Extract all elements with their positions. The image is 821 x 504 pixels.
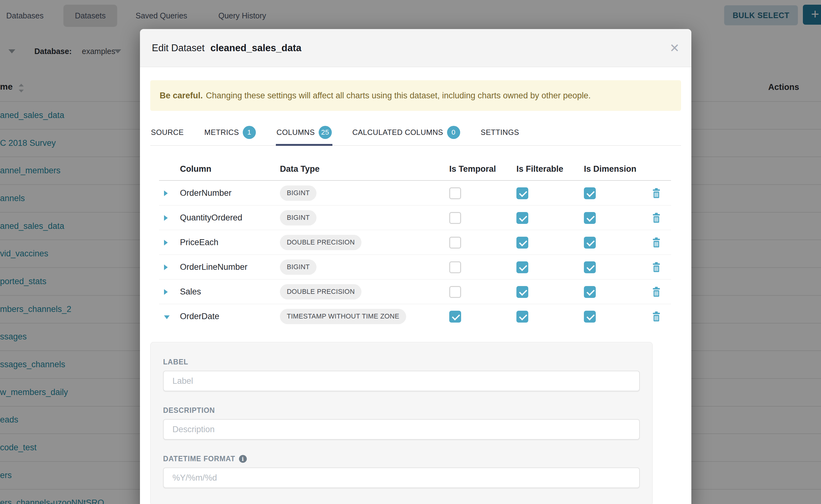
trash-icon bbox=[651, 261, 662, 274]
data-type-badge: BIGINT bbox=[280, 210, 316, 225]
column-row: Sales DOUBLE PRECISION bbox=[150, 279, 681, 304]
is-dimension-checkbox[interactable] bbox=[584, 286, 596, 298]
data-type-badge: BIGINT bbox=[280, 259, 316, 275]
data-type-badge: DOUBLE PRECISION bbox=[280, 284, 361, 299]
delete-column-button[interactable] bbox=[651, 261, 662, 274]
tab-columns[interactable]: COLUMNS 25 bbox=[276, 121, 332, 145]
datetime-format-field: DATETIME FORMAT i bbox=[163, 455, 640, 488]
screen: Databases Datasets Saved Queries Query H… bbox=[0, 0, 821, 504]
expand-caret-icon[interactable] bbox=[150, 289, 180, 295]
column-detail-panel: LABEL DESCRIPTION DATETIME FORMAT i bbox=[150, 342, 653, 504]
tab-columns-label: COLUMNS bbox=[276, 128, 315, 137]
expand-caret-icon[interactable] bbox=[150, 215, 180, 221]
label-field: LABEL bbox=[163, 358, 640, 391]
trash-icon bbox=[651, 286, 662, 298]
modal-title: Edit Dataset cleaned_sales_data bbox=[152, 42, 301, 54]
tab-metrics[interactable]: METRICS 1 bbox=[204, 121, 256, 145]
tab-source[interactable]: SOURCE bbox=[150, 121, 184, 145]
is-filterable-checkbox[interactable] bbox=[517, 286, 528, 298]
is-temporal-checkbox[interactable] bbox=[449, 212, 461, 224]
column-row: OrderLineNumber BIGINT bbox=[150, 255, 681, 279]
columns-table: Column Data Type Is Temporal Is Filterab… bbox=[150, 157, 681, 329]
columns-count-badge: 25 bbox=[319, 126, 332, 139]
is-temporal-checkbox[interactable] bbox=[449, 311, 461, 323]
calculated-columns-count-badge: 0 bbox=[447, 126, 460, 139]
is-dimension-checkbox[interactable] bbox=[584, 261, 596, 273]
datetime-format-label-text: DATETIME FORMAT bbox=[163, 455, 235, 463]
column-row: PriceEach DOUBLE PRECISION bbox=[150, 230, 681, 255]
modal-title-prefix: Edit Dataset bbox=[152, 42, 205, 53]
datetime-format-input[interactable] bbox=[163, 467, 640, 488]
tab-settings[interactable]: SETTINGS bbox=[480, 121, 520, 145]
warning-banner: Be careful. Changing these settings will… bbox=[150, 80, 681, 111]
data-type-badge: BIGINT bbox=[280, 185, 316, 201]
info-icon[interactable]: i bbox=[239, 455, 247, 463]
delete-column-button[interactable] bbox=[651, 286, 662, 298]
is-temporal-checkbox[interactable] bbox=[449, 286, 461, 298]
datetime-format-field-label: DATETIME FORMAT i bbox=[163, 455, 640, 463]
modal-header: Edit Dataset cleaned_sales_data ✕ bbox=[140, 29, 691, 67]
header-is-dimension: Is Dimension bbox=[584, 164, 650, 174]
is-temporal-checkbox[interactable] bbox=[449, 237, 461, 249]
trash-icon bbox=[651, 212, 662, 224]
tab-settings-label: SETTINGS bbox=[481, 128, 519, 137]
delete-column-button[interactable] bbox=[651, 187, 662, 200]
header-is-filterable: Is Filterable bbox=[517, 164, 584, 174]
is-filterable-checkbox[interactable] bbox=[517, 187, 528, 199]
tab-calculated-columns-label: CALCULATED COLUMNS bbox=[352, 128, 443, 137]
metrics-count-badge: 1 bbox=[243, 126, 256, 139]
is-dimension-checkbox[interactable] bbox=[584, 212, 596, 224]
description-input[interactable] bbox=[163, 419, 640, 440]
column-name: OrderDate bbox=[180, 312, 280, 321]
modal-title-dataset-name: cleaned_sales_data bbox=[210, 42, 301, 53]
is-filterable-checkbox[interactable] bbox=[517, 212, 528, 224]
column-name: QuantityOrdered bbox=[180, 213, 280, 223]
trash-icon bbox=[651, 187, 662, 200]
is-filterable-checkbox[interactable] bbox=[517, 237, 528, 249]
description-field-label: DESCRIPTION bbox=[163, 406, 640, 415]
expand-caret-icon[interactable] bbox=[150, 240, 180, 245]
column-row: QuantityOrdered BIGINT bbox=[150, 205, 681, 230]
label-field-label: LABEL bbox=[163, 358, 640, 366]
is-filterable-checkbox[interactable] bbox=[517, 261, 528, 273]
columns-table-header: Column Data Type Is Temporal Is Filterab… bbox=[150, 157, 681, 181]
is-temporal-checkbox[interactable] bbox=[449, 187, 461, 199]
modal-tabs: SOURCE METRICS 1 COLUMNS 25 CALCULATED C… bbox=[150, 121, 681, 146]
column-row: OrderNumber BIGINT bbox=[150, 181, 681, 205]
is-temporal-checkbox[interactable] bbox=[449, 261, 461, 273]
modal-body: Be careful. Changing these settings will… bbox=[140, 80, 691, 504]
is-dimension-checkbox[interactable] bbox=[584, 311, 596, 323]
data-type-badge: DOUBLE PRECISION bbox=[280, 235, 361, 250]
warning-text: Changing these settings will affect all … bbox=[206, 91, 591, 101]
column-name: OrderLineNumber bbox=[180, 262, 280, 272]
is-dimension-checkbox[interactable] bbox=[584, 237, 596, 249]
delete-column-button[interactable] bbox=[651, 212, 662, 224]
delete-column-button[interactable] bbox=[651, 310, 662, 323]
expand-caret-icon[interactable] bbox=[150, 264, 180, 270]
expand-caret-icon[interactable] bbox=[150, 190, 180, 196]
is-filterable-checkbox[interactable] bbox=[517, 311, 528, 323]
trash-icon bbox=[651, 236, 662, 249]
description-field: DESCRIPTION bbox=[163, 406, 640, 440]
header-column: Column bbox=[180, 164, 280, 174]
is-dimension-checkbox[interactable] bbox=[584, 187, 596, 199]
column-name: Sales bbox=[180, 287, 280, 297]
columns-table-body: OrderNumber BIGINT QuantityOrdered BIGIN… bbox=[150, 181, 681, 329]
tab-metrics-label: METRICS bbox=[204, 128, 239, 137]
header-is-temporal: Is Temporal bbox=[449, 164, 517, 174]
column-name: OrderNumber bbox=[180, 188, 280, 198]
edit-dataset-modal: Edit Dataset cleaned_sales_data ✕ Be car… bbox=[140, 29, 691, 504]
expand-caret-icon[interactable] bbox=[150, 314, 180, 319]
label-input[interactable] bbox=[163, 371, 640, 391]
header-data-type: Data Type bbox=[280, 164, 449, 174]
column-name: PriceEach bbox=[180, 238, 280, 247]
delete-column-button[interactable] bbox=[651, 236, 662, 249]
column-row: OrderDate TIMESTAMP WITHOUT TIME ZONE bbox=[150, 304, 681, 329]
close-icon[interactable]: ✕ bbox=[670, 42, 680, 54]
tab-source-label: SOURCE bbox=[151, 128, 184, 137]
data-type-badge: TIMESTAMP WITHOUT TIME ZONE bbox=[280, 309, 406, 324]
trash-icon bbox=[651, 310, 662, 323]
tab-calculated-columns[interactable]: CALCULATED COLUMNS 0 bbox=[352, 121, 461, 145]
warning-bold-text: Be careful. bbox=[160, 91, 203, 101]
